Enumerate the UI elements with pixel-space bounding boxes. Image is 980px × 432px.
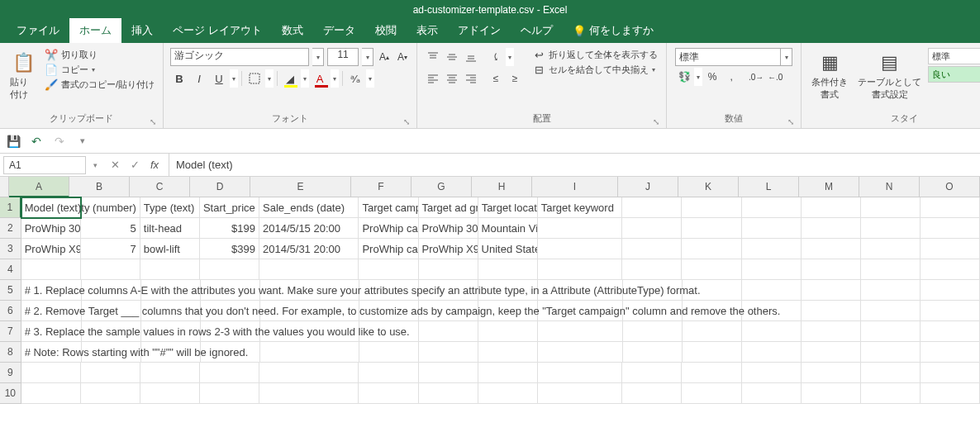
chevron-down-icon[interactable]: ▾ [265,69,274,88]
font-size-select[interactable]: 11 [327,48,359,66]
col-header-M[interactable]: M [799,177,859,197]
cell-O6[interactable] [921,301,980,321]
dialog-launcher-icon[interactable]: ⤡ [403,117,410,126]
format-painter-button[interactable]: 🖌️書式のコピー/貼り付け [45,78,155,91]
cell-D9[interactable] [200,363,259,383]
cell-D2[interactable]: $199 [200,218,259,239]
dialog-launcher-icon[interactable]: ⤡ [150,117,156,126]
cell-O8[interactable] [921,342,980,363]
col-header-H[interactable]: H [472,177,532,197]
row-header-9[interactable]: 9 [0,363,21,383]
cell-I9[interactable] [538,363,623,383]
cell-F2[interactable]: ProWhip campaign [359,218,418,239]
tab-help[interactable]: ヘルプ [511,18,563,43]
cell-E4[interactable] [259,259,359,280]
col-header-N[interactable]: N [859,177,920,197]
cell-C2[interactable]: tilt-head [140,218,200,239]
style-good[interactable]: 良い [928,66,980,83]
cell-O4[interactable] [921,259,980,280]
cell-A8[interactable]: # Note: Rows starting with ""#"" will be… [21,342,82,363]
cell-J10[interactable] [622,383,682,404]
cell-O9[interactable] [921,363,980,383]
row-header-1[interactable]: 1 [0,197,21,218]
cell-M2[interactable] [802,218,861,239]
cell-G9[interactable] [419,363,478,383]
save-button[interactable]: 💾 [5,133,21,150]
cell-I4[interactable] [538,259,623,280]
copy-button[interactable]: 📄コピー▾ [45,63,155,76]
cell-L3[interactable] [742,239,802,259]
cell-L1[interactable] [742,197,802,218]
cell-N3[interactable] [861,239,921,259]
cell-L4[interactable] [742,259,802,280]
underline-button[interactable]: U [210,69,228,88]
cell-D4[interactable] [200,259,259,280]
chevron-down-icon[interactable]: ▾ [781,48,792,66]
number-format-select[interactable]: 標準 [675,48,781,66]
cell-O3[interactable] [921,239,980,259]
cell-I7[interactable] [538,321,623,342]
decrease-font-button[interactable]: A▾ [395,48,410,66]
cell-J2[interactable] [622,218,682,239]
decrease-indent-button[interactable]: ≤ [487,69,505,88]
col-header-I[interactable]: I [532,177,618,197]
cell-K9[interactable] [682,363,741,383]
cell-M5[interactable] [802,280,861,301]
cell-G4[interactable] [419,259,478,280]
cell-I2[interactable] [538,218,623,239]
cell-L7[interactable] [742,321,802,342]
cell-N10[interactable] [861,383,921,404]
fx-button[interactable]: fx [145,156,164,174]
row-header-7[interactable]: 7 [0,321,21,342]
tab-home[interactable]: ホーム [69,18,121,43]
cell-J3[interactable] [622,239,682,259]
customize-qat-button[interactable]: ▾ [74,133,91,150]
col-header-G[interactable]: G [412,177,472,197]
format-as-table-button[interactable]: ▤ テーブルとして 書式設定 [853,46,926,104]
borders-button[interactable] [245,69,264,88]
cell-N2[interactable] [861,218,921,239]
cell-B1[interactable]: Capacity (number) [81,197,140,218]
chevron-down-icon[interactable]: ▾ [230,69,238,88]
cell-E2[interactable]: 2014/5/15 20:00 [259,218,359,239]
row-header-3[interactable]: 3 [0,239,21,259]
align-bottom-button[interactable] [462,48,480,66]
cell-G8[interactable] [419,342,478,363]
col-header-E[interactable]: E [250,177,351,197]
cell-N8[interactable] [861,342,921,363]
cell-H7[interactable] [478,321,538,342]
cell-E10[interactable] [259,383,359,404]
conditional-format-button[interactable]: ▦ 条件付き 書式 [806,46,853,104]
cell-N4[interactable] [861,259,921,280]
cell-M8[interactable] [802,342,861,363]
cell-M1[interactable] [802,197,861,218]
decrease-decimal-button[interactable]: ←.0 [766,68,784,86]
chevron-down-icon[interactable]: ▾ [331,69,339,88]
cut-button[interactable]: ✂️切り取り [45,48,155,61]
cell-F9[interactable] [359,363,418,383]
cell-N6[interactable] [861,301,921,321]
cell-F4[interactable] [359,259,418,280]
cell-A2[interactable]: ProWhip 300 [21,218,81,239]
align-right-button[interactable] [462,69,480,88]
tab-file[interactable]: ファイル [7,18,69,43]
chevron-down-icon[interactable]: ▾ [362,48,373,66]
cell-A9[interactable] [21,363,81,383]
cell-N9[interactable] [861,363,921,383]
chevron-down-icon[interactable]: ▾ [312,48,324,66]
enter-button[interactable]: ✓ [126,156,144,174]
row-header-2[interactable]: 2 [0,218,21,239]
cell-H1[interactable]: Target location [478,197,538,218]
col-header-O[interactable]: O [920,177,980,197]
cell-D10[interactable] [200,383,259,404]
undo-button[interactable]: ↶ [28,133,45,150]
cell-M4[interactable] [802,259,861,280]
cell-I3[interactable] [538,239,623,259]
cell-C10[interactable] [140,383,200,404]
row-header-10[interactable]: 10 [0,383,21,404]
cell-K10[interactable] [682,383,741,404]
cell-M10[interactable] [802,383,861,404]
formula-input[interactable]: Model (text) [169,156,980,174]
cell-G2[interactable]: ProWhip 300 [419,218,478,239]
cell-F3[interactable]: ProWhip campaign [359,239,418,259]
